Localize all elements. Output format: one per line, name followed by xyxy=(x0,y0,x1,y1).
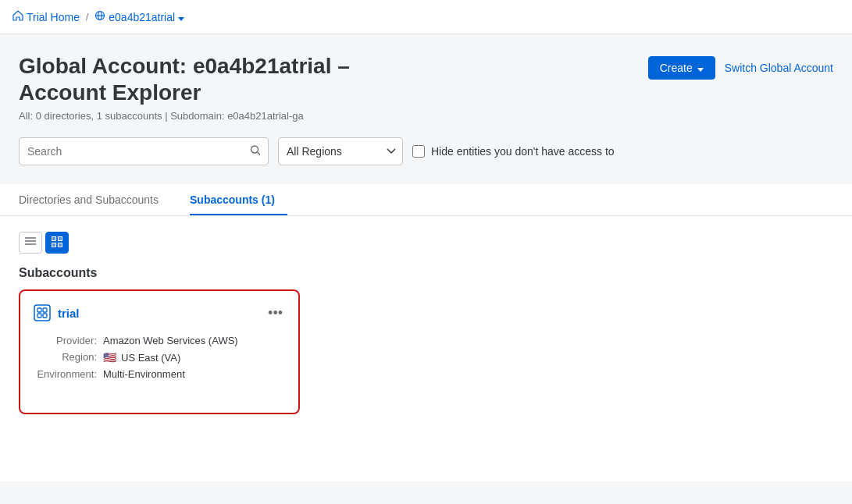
create-chevron-icon xyxy=(697,62,704,74)
svg-rect-14 xyxy=(43,308,47,312)
switch-global-account-link[interactable]: Switch Global Account xyxy=(725,62,833,74)
card-menu-button[interactable]: ••• xyxy=(265,306,286,320)
breadcrumb-home[interactable]: Trial Home xyxy=(12,10,80,23)
search-input[interactable] xyxy=(19,137,269,165)
house-icon xyxy=(12,10,23,23)
region-label: Region: xyxy=(33,351,103,364)
svg-rect-8 xyxy=(52,236,56,240)
list-view-button[interactable] xyxy=(19,232,42,254)
tab-subaccounts[interactable]: Subaccounts (1) xyxy=(190,184,287,215)
breadcrumb-current[interactable]: e0a4b21atrial xyxy=(94,10,184,23)
hide-entities-label[interactable]: Hide entities you don't have access to xyxy=(431,145,615,158)
svg-rect-16 xyxy=(43,314,47,318)
card-name[interactable]: trial xyxy=(58,307,80,320)
globe-icon xyxy=(94,10,105,23)
subaccount-icon xyxy=(33,303,52,322)
view-toggle xyxy=(19,232,833,254)
subaccounts-section-title: Subaccounts xyxy=(19,266,833,280)
main-content: Global Account: e0a4b21atrial – Account … xyxy=(0,34,852,481)
provider-label: Provider: xyxy=(33,335,103,346)
environment-value: Multi-Environment xyxy=(103,368,286,380)
regions-select[interactable]: All Regions US East (VA) US West EU West… xyxy=(278,137,403,165)
breadcrumb-separator: / xyxy=(86,12,88,23)
card-header: trial ••• xyxy=(33,303,286,322)
provider-value: Amazon Web Services (AWS) xyxy=(103,335,286,346)
grid-view-button[interactable] xyxy=(45,232,69,254)
svg-rect-9 xyxy=(59,236,62,240)
tabs-bar: Directories and Subaccounts Subaccounts … xyxy=(0,184,852,216)
region-value: 🇺🇸 US East (VA) xyxy=(103,351,286,364)
list-icon xyxy=(25,237,36,249)
grid-icon xyxy=(52,236,62,250)
card-title-wrap: trial xyxy=(33,303,80,322)
search-wrapper xyxy=(19,137,269,165)
svg-rect-11 xyxy=(59,243,62,247)
region-flag: 🇺🇸 xyxy=(103,351,116,364)
header-actions: Create Switch Global Account xyxy=(648,56,833,80)
create-button[interactable]: Create xyxy=(648,56,715,80)
svg-rect-15 xyxy=(37,314,41,318)
hide-entities-checkbox[interactable] xyxy=(412,145,425,158)
svg-rect-12 xyxy=(34,305,50,321)
environment-label: Environment: xyxy=(33,368,103,380)
svg-rect-13 xyxy=(37,308,41,312)
cards-grid: trial ••• Provider: Amazon Web Services … xyxy=(19,289,833,414)
page-subtitle: All: 0 directories, 1 subaccounts | Subd… xyxy=(19,110,833,122)
hide-entities-wrapper: Hide entities you don't have access to xyxy=(412,145,615,158)
breadcrumb-current-label: e0a4b21atrial xyxy=(109,11,175,23)
tab-directories[interactable]: Directories and Subaccounts xyxy=(19,184,171,215)
ellipsis-icon: ••• xyxy=(268,305,283,321)
account-card: trial ••• Provider: Amazon Web Services … xyxy=(19,289,300,414)
header-row: Global Account: e0a4b21atrial – Account … xyxy=(19,53,833,105)
breadcrumb-bar: Trial Home / e0a4b21atrial xyxy=(0,0,852,34)
content-panel: Subaccounts xyxy=(0,216,852,481)
page-title: Global Account: e0a4b21atrial – Account … xyxy=(19,53,350,105)
chevron-down-icon xyxy=(178,11,184,23)
breadcrumb-home-label: Trial Home xyxy=(27,11,80,23)
svg-rect-10 xyxy=(52,243,56,247)
card-details: Provider: Amazon Web Services (AWS) Regi… xyxy=(33,335,286,380)
filter-bar: All Regions US East (VA) US West EU West… xyxy=(19,137,833,165)
